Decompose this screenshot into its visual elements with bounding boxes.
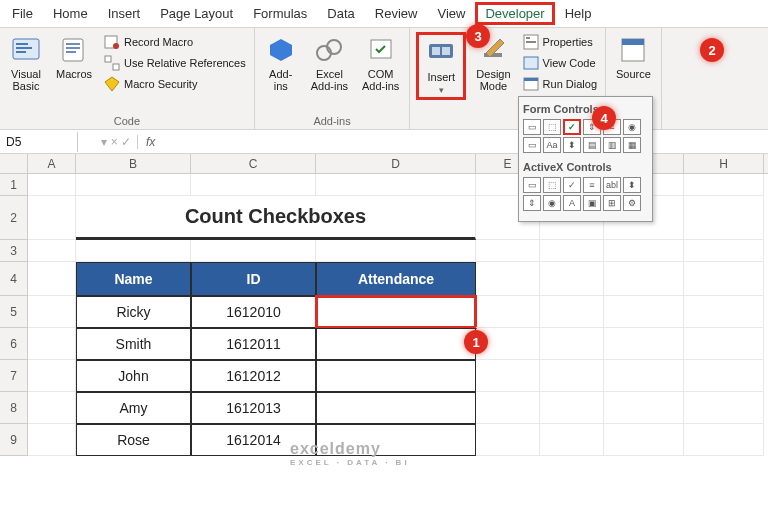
cell-a1[interactable] — [28, 174, 76, 196]
table-row[interactable]: 1612012 — [191, 360, 316, 392]
source-button[interactable]: Source — [612, 32, 655, 82]
ax-combo-icon[interactable]: ⬚ — [543, 177, 561, 193]
ax-option-icon[interactable]: ◉ — [543, 195, 561, 211]
row-header-6[interactable]: 6 — [0, 328, 28, 360]
macros-button[interactable]: Macros — [52, 32, 96, 82]
menu-view[interactable]: View — [427, 2, 475, 25]
form-checkbox-icon[interactable]: ✓ — [563, 119, 581, 135]
col-header-h[interactable]: H — [684, 154, 764, 173]
macro-security-button[interactable]: Macro Security — [102, 74, 248, 94]
cell-d1[interactable] — [316, 174, 476, 196]
form-scrollbar-icon[interactable]: ⬍ — [563, 137, 581, 153]
marker-1: 1 — [464, 330, 488, 354]
svg-rect-24 — [526, 41, 536, 43]
ax-list-icon[interactable]: ≡ — [583, 177, 601, 193]
formula-input[interactable] — [163, 139, 768, 145]
table-row[interactable]: Ricky — [76, 296, 191, 328]
col-header-d[interactable]: D — [316, 154, 476, 173]
ribbon-group-label-code: Code — [6, 113, 248, 127]
cell-h1[interactable] — [684, 174, 764, 196]
name-box[interactable]: D5 — [0, 132, 78, 152]
addins-button[interactable]: Add- ins — [261, 32, 301, 94]
row-header-2[interactable]: 2 — [0, 196, 28, 240]
insert-controls-button[interactable]: Insert ▾ — [416, 32, 466, 100]
ax-textbox-icon[interactable]: abl — [603, 177, 621, 193]
table-row[interactable]: John — [76, 360, 191, 392]
row-header-8[interactable]: 8 — [0, 392, 28, 424]
table-row[interactable] — [316, 424, 476, 456]
row-header-3[interactable]: 3 — [0, 240, 28, 262]
marker-4: 4 — [592, 106, 616, 130]
record-macro-button[interactable]: Record Macro — [102, 32, 248, 52]
menu-insert[interactable]: Insert — [98, 2, 151, 25]
row-header-1[interactable]: 1 — [0, 174, 28, 196]
macro-security-icon — [104, 76, 120, 92]
form-label-icon[interactable]: Aa — [543, 137, 561, 153]
select-all-corner[interactable] — [0, 154, 28, 173]
cell-h2[interactable] — [684, 196, 764, 240]
ax-image-icon[interactable]: ▣ — [583, 195, 601, 211]
menu-home[interactable]: Home — [43, 2, 98, 25]
menu-file[interactable]: File — [2, 2, 43, 25]
menu-page-layout[interactable]: Page Layout — [150, 2, 243, 25]
table-row[interactable]: Amy — [76, 392, 191, 424]
view-code-button[interactable]: View Code — [521, 53, 599, 73]
ax-label-icon[interactable]: A — [563, 195, 581, 211]
table-header-attendance[interactable]: Attendance — [316, 262, 476, 296]
cell-a2[interactable] — [28, 196, 76, 240]
ax-more-icon[interactable]: ⚙ — [623, 195, 641, 211]
chevron-down-icon: ▾ — [439, 85, 444, 95]
menu-formulas[interactable]: Formulas — [243, 2, 317, 25]
form-control-11-icon[interactable]: ▥ — [603, 137, 621, 153]
ax-scroll-icon[interactable]: ⬍ — [623, 177, 641, 193]
form-option-icon[interactable]: ◉ — [623, 119, 641, 135]
row-header-4[interactable]: 4 — [0, 262, 28, 296]
table-row[interactable]: 1612010 — [191, 296, 316, 328]
com-addins-button[interactable]: COM Add-ins — [358, 32, 403, 94]
visual-basic-button[interactable]: Visual Basic — [6, 32, 46, 94]
col-header-b[interactable]: B — [76, 154, 191, 173]
table-header-id[interactable]: ID — [191, 262, 316, 296]
table-row[interactable]: 1612014 — [191, 424, 316, 456]
form-control-12-icon[interactable]: ▦ — [623, 137, 641, 153]
ax-spin-icon[interactable]: ⇕ — [523, 195, 541, 211]
table-row[interactable]: 1612013 — [191, 392, 316, 424]
row-header-9[interactable]: 9 — [0, 424, 28, 456]
run-dialog-button[interactable]: Run Dialog — [521, 74, 599, 94]
menu-review[interactable]: Review — [365, 2, 428, 25]
excel-addins-button[interactable]: Excel Add-ins — [307, 32, 352, 94]
table-header-name[interactable]: Name — [76, 262, 191, 296]
table-row[interactable]: Rose — [76, 424, 191, 456]
cell-c1[interactable] — [191, 174, 316, 196]
form-groupbox-icon[interactable]: ▭ — [523, 137, 541, 153]
table-row[interactable]: 1612011 — [191, 328, 316, 360]
table-row[interactable] — [316, 360, 476, 392]
row-header-7[interactable]: 7 — [0, 360, 28, 392]
row-header-5[interactable]: 5 — [0, 296, 28, 328]
menu-data[interactable]: Data — [317, 2, 364, 25]
ax-button-icon[interactable]: ▭ — [523, 177, 541, 193]
table-row[interactable]: Smith — [76, 328, 191, 360]
use-relative-refs-button[interactable]: Use Relative References — [102, 53, 248, 73]
visual-basic-icon — [10, 34, 42, 66]
table-row[interactable] — [316, 392, 476, 424]
svg-rect-23 — [526, 37, 530, 39]
menu-help[interactable]: Help — [555, 2, 602, 25]
title-cell[interactable]: Count Checkboxes — [76, 196, 476, 240]
form-button-icon[interactable]: ▭ — [523, 119, 541, 135]
properties-button[interactable]: Properties — [521, 32, 599, 52]
table-row[interactable] — [316, 328, 476, 360]
menu-developer[interactable]: Developer — [475, 2, 554, 25]
ax-toggle-icon[interactable]: ⊞ — [603, 195, 621, 211]
addins-icon — [265, 34, 297, 66]
ax-checkbox-icon[interactable]: ✓ — [563, 177, 581, 193]
form-control-10-icon[interactable]: ▤ — [583, 137, 601, 153]
col-header-a[interactable]: A — [28, 154, 76, 173]
cell-d5-selected[interactable] — [316, 296, 476, 328]
svg-rect-27 — [524, 78, 538, 81]
cell-b1[interactable] — [76, 174, 191, 196]
activex-controls-section: ActiveX Controls — [523, 159, 648, 175]
form-combobox-icon[interactable]: ⬚ — [543, 119, 561, 135]
fx-icon[interactable]: fx — [138, 135, 163, 149]
col-header-c[interactable]: C — [191, 154, 316, 173]
